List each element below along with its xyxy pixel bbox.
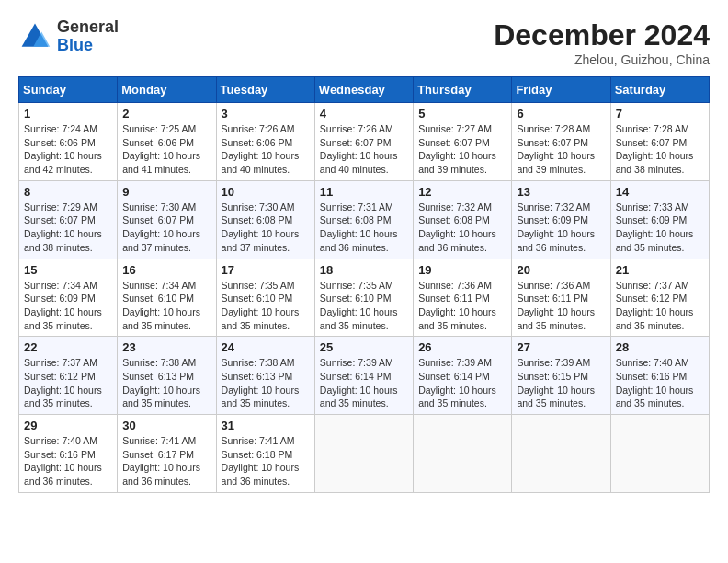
day-number: 3	[222, 107, 310, 121]
day-number: 24	[222, 340, 310, 354]
day-number: 10	[222, 185, 310, 199]
day-number: 29	[24, 419, 112, 432]
day-number: 12	[418, 185, 506, 199]
weekday-header: Saturday	[610, 77, 709, 103]
month-title: December 2024	[494, 18, 710, 52]
calendar-cell: 8Sunrise: 7:29 AM Sunset: 6:07 PM Daylig…	[19, 180, 118, 259]
day-number: 20	[517, 263, 605, 277]
day-info: Sunrise: 7:30 AM Sunset: 6:08 PM Dayligh…	[222, 201, 310, 255]
calendar-cell: 2Sunrise: 7:25 AM Sunset: 6:06 PM Daylig…	[118, 103, 216, 181]
day-info: Sunrise: 7:24 AM Sunset: 6:06 PM Dayligh…	[24, 122, 112, 177]
day-info: Sunrise: 7:39 AM Sunset: 6:14 PM Dayligh…	[320, 356, 408, 410]
calendar-cell: 11Sunrise: 7:31 AM Sunset: 6:08 PM Dayli…	[314, 180, 413, 259]
calendar-cell: 1Sunrise: 7:24 AM Sunset: 6:06 PM Daylig…	[19, 103, 118, 181]
day-info: Sunrise: 7:32 AM Sunset: 6:08 PM Dayligh…	[418, 201, 506, 255]
logo-icon	[18, 20, 51, 53]
calendar-cell: 29Sunrise: 7:40 AM Sunset: 6:16 PM Dayli…	[19, 415, 118, 493]
day-number: 28	[616, 340, 704, 354]
day-info: Sunrise: 7:29 AM Sunset: 6:07 PM Dayligh…	[24, 201, 112, 255]
day-info: Sunrise: 7:27 AM Sunset: 6:07 PM Dayligh…	[418, 122, 506, 177]
day-info: Sunrise: 7:40 AM Sunset: 6:16 PM Dayligh…	[24, 434, 112, 488]
day-info: Sunrise: 7:35 AM Sunset: 6:10 PM Dayligh…	[320, 279, 408, 333]
day-info: Sunrise: 7:38 AM Sunset: 6:13 PM Dayligh…	[122, 356, 210, 410]
day-number: 5	[418, 107, 506, 121]
day-number: 25	[320, 340, 408, 354]
day-info: Sunrise: 7:32 AM Sunset: 6:09 PM Dayligh…	[517, 201, 605, 255]
day-info: Sunrise: 7:25 AM Sunset: 6:06 PM Dayligh…	[122, 122, 210, 177]
calendar-cell: 20Sunrise: 7:36 AM Sunset: 6:11 PM Dayli…	[512, 259, 610, 337]
day-number: 26	[418, 340, 506, 354]
day-info: Sunrise: 7:41 AM Sunset: 6:18 PM Dayligh…	[222, 434, 310, 488]
day-number: 16	[122, 263, 210, 277]
day-number: 19	[418, 263, 506, 277]
calendar-cell	[512, 415, 610, 493]
calendar-cell: 14Sunrise: 7:33 AM Sunset: 6:09 PM Dayli…	[610, 180, 709, 259]
weekday-header: Friday	[512, 77, 610, 103]
day-info: Sunrise: 7:34 AM Sunset: 6:10 PM Dayligh…	[122, 279, 210, 333]
day-number: 13	[517, 185, 605, 199]
calendar-cell: 31Sunrise: 7:41 AM Sunset: 6:18 PM Dayli…	[216, 415, 314, 493]
day-info: Sunrise: 7:36 AM Sunset: 6:11 PM Dayligh…	[418, 279, 506, 333]
day-number: 18	[320, 263, 408, 277]
calendar-week-row: 29Sunrise: 7:40 AM Sunset: 6:16 PM Dayli…	[19, 415, 710, 493]
weekday-header-row: SundayMondayTuesdayWednesdayThursdayFrid…	[19, 77, 710, 103]
calendar-cell: 18Sunrise: 7:35 AM Sunset: 6:10 PM Dayli…	[314, 259, 413, 337]
calendar-cell: 5Sunrise: 7:27 AM Sunset: 6:07 PM Daylig…	[414, 103, 512, 181]
day-number: 11	[320, 185, 408, 199]
page-header: General Blue December 2024 Zhelou, Guizh…	[18, 18, 710, 67]
calendar-week-row: 1Sunrise: 7:24 AM Sunset: 6:06 PM Daylig…	[19, 103, 710, 181]
location: Zhelou, Guizhou, China	[494, 52, 710, 67]
day-number: 9	[122, 185, 210, 199]
calendar-cell	[314, 415, 413, 493]
calendar-cell: 28Sunrise: 7:40 AM Sunset: 6:16 PM Dayli…	[610, 337, 709, 415]
day-number: 6	[517, 107, 605, 121]
calendar-cell: 4Sunrise: 7:26 AM Sunset: 6:07 PM Daylig…	[314, 103, 413, 181]
weekday-header: Sunday	[19, 77, 118, 103]
calendar-cell: 21Sunrise: 7:37 AM Sunset: 6:12 PM Dayli…	[610, 259, 709, 337]
calendar-cell: 17Sunrise: 7:35 AM Sunset: 6:10 PM Dayli…	[216, 259, 314, 337]
day-info: Sunrise: 7:41 AM Sunset: 6:17 PM Dayligh…	[122, 434, 210, 488]
logo: General Blue	[18, 18, 119, 55]
day-number: 14	[616, 185, 704, 199]
day-info: Sunrise: 7:39 AM Sunset: 6:14 PM Dayligh…	[418, 356, 506, 410]
calendar-cell: 22Sunrise: 7:37 AM Sunset: 6:12 PM Dayli…	[19, 337, 118, 415]
calendar-cell: 15Sunrise: 7:34 AM Sunset: 6:09 PM Dayli…	[19, 259, 118, 337]
day-info: Sunrise: 7:38 AM Sunset: 6:13 PM Dayligh…	[222, 356, 310, 410]
calendar-cell: 26Sunrise: 7:39 AM Sunset: 6:14 PM Dayli…	[414, 337, 512, 415]
calendar-week-row: 15Sunrise: 7:34 AM Sunset: 6:09 PM Dayli…	[19, 259, 710, 337]
calendar-cell: 3Sunrise: 7:26 AM Sunset: 6:06 PM Daylig…	[216, 103, 314, 181]
title-block: December 2024 Zhelou, Guizhou, China	[494, 18, 710, 67]
calendar-cell: 25Sunrise: 7:39 AM Sunset: 6:14 PM Dayli…	[314, 337, 413, 415]
day-info: Sunrise: 7:40 AM Sunset: 6:16 PM Dayligh…	[616, 356, 704, 410]
day-number: 7	[616, 107, 704, 121]
calendar-cell: 23Sunrise: 7:38 AM Sunset: 6:13 PM Dayli…	[118, 337, 216, 415]
calendar-cell	[414, 415, 512, 493]
day-info: Sunrise: 7:33 AM Sunset: 6:09 PM Dayligh…	[616, 201, 704, 255]
logo-text: General Blue	[57, 18, 119, 55]
weekday-header: Monday	[118, 77, 216, 103]
day-info: Sunrise: 7:26 AM Sunset: 6:06 PM Dayligh…	[222, 122, 310, 177]
day-number: 17	[222, 263, 310, 277]
day-number: 23	[122, 340, 210, 354]
weekday-header: Tuesday	[216, 77, 314, 103]
day-info: Sunrise: 7:31 AM Sunset: 6:08 PM Dayligh…	[320, 201, 408, 255]
calendar-cell: 12Sunrise: 7:32 AM Sunset: 6:08 PM Dayli…	[414, 180, 512, 259]
calendar-cell: 19Sunrise: 7:36 AM Sunset: 6:11 PM Dayli…	[414, 259, 512, 337]
calendar-week-row: 22Sunrise: 7:37 AM Sunset: 6:12 PM Dayli…	[19, 337, 710, 415]
day-info: Sunrise: 7:28 AM Sunset: 6:07 PM Dayligh…	[517, 122, 605, 177]
calendar-cell: 9Sunrise: 7:30 AM Sunset: 6:07 PM Daylig…	[118, 180, 216, 259]
calendar-cell: 30Sunrise: 7:41 AM Sunset: 6:17 PM Dayli…	[118, 415, 216, 493]
day-number: 4	[320, 107, 408, 121]
day-info: Sunrise: 7:37 AM Sunset: 6:12 PM Dayligh…	[24, 356, 112, 410]
weekday-header: Thursday	[414, 77, 512, 103]
day-info: Sunrise: 7:34 AM Sunset: 6:09 PM Dayligh…	[24, 279, 112, 333]
day-info: Sunrise: 7:37 AM Sunset: 6:12 PM Dayligh…	[616, 279, 704, 333]
day-number: 21	[616, 263, 704, 277]
day-number: 8	[24, 185, 112, 199]
calendar-cell: 24Sunrise: 7:38 AM Sunset: 6:13 PM Dayli…	[216, 337, 314, 415]
day-number: 30	[122, 419, 210, 432]
day-number: 15	[24, 263, 112, 277]
day-info: Sunrise: 7:39 AM Sunset: 6:15 PM Dayligh…	[517, 356, 605, 410]
calendar-cell: 10Sunrise: 7:30 AM Sunset: 6:08 PM Dayli…	[216, 180, 314, 259]
day-info: Sunrise: 7:28 AM Sunset: 6:07 PM Dayligh…	[616, 122, 704, 177]
